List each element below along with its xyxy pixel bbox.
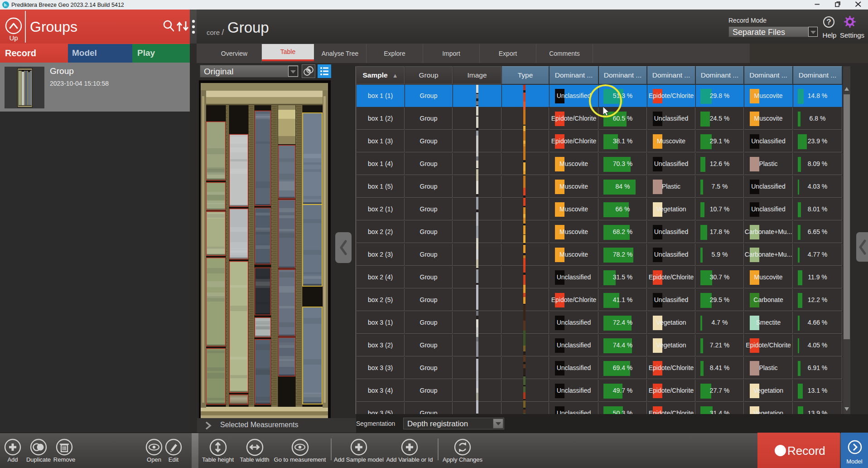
svg-text:?: ?: [826, 18, 831, 26]
svg-text:b.: b.: [4, 3, 8, 7]
